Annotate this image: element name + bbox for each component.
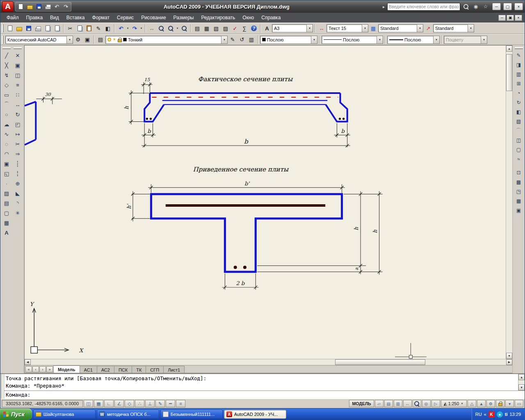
lineweight-combo[interactable]: Послою ▾ [387,36,440,44]
clean-screen-button[interactable]: ▭ [515,400,523,407]
workspace-combo[interactable]: Классический AutoCAD▾ [5,36,73,44]
help-button[interactable]: ? [249,24,258,33]
clock[interactable]: 13:29 [509,412,521,417]
snagit-tray-icon[interactable]: ti [505,412,508,417]
toolbar-grip[interactable] [2,47,11,49]
save-button[interactable] [24,24,33,33]
hatch-tool[interactable]: ▨ [2,188,11,198]
title-bar[interactable]: A ↶ ↷ AutoCAD 2009 - УЧЕБНАЯ ВЕРСИЯ Дипл… [0,0,525,13]
chevron-down-icon[interactable]: ▾ [377,36,383,43]
taskbar-item-folder[interactable]: Шайсултанова [33,410,96,419]
taskbar-item-word-doc[interactable]: W методичка ОПСК б... [97,410,159,419]
toolbar-grip[interactable] [14,47,22,49]
quick-view-layouts-button[interactable]: ▤ [384,400,393,407]
minimize-button[interactable]: ─ [492,3,501,10]
viewports-tool[interactable]: ⊞ [514,79,523,88]
polyline-tool[interactable]: ↯ [2,70,11,80]
table-tool[interactable]: ▦ [2,218,11,228]
horizontal-scroll-thumb[interactable] [335,359,425,365]
draw-order-front-tool[interactable]: ◨ [514,60,523,69]
menu-edit[interactable]: Правка [23,14,47,22]
layout-button[interactable]: ▱ [375,400,383,407]
multileader-style-icon[interactable]: ↗ [424,24,433,33]
spline-edit-tool[interactable]: ≈ [514,154,523,164]
fillet-tool[interactable]: ◝ [13,198,23,208]
tool-palettes-button[interactable]: ▧ [212,24,221,33]
designcenter-button[interactable]: ▦ [202,24,211,33]
command-input-line[interactable]: Команда: [4,390,525,399]
toolbar-lock-button[interactable] [496,400,504,407]
dim-style-combo[interactable]: Текст 15▾ [326,24,368,32]
zoom-window-button[interactable] [166,24,175,33]
block-editor-button[interactable]: ◧ [103,24,112,33]
antivirus-tray-icon[interactable]: K [488,411,495,418]
qat-open-button[interactable] [26,3,34,11]
cut-button[interactable]: ✂ [66,24,75,33]
command-window-grip[interactable] [0,374,4,399]
shade-tool[interactable]: ◧ [514,107,523,116]
array-tool[interactable]: ∷ [13,90,23,100]
text-style-icon[interactable]: A [262,24,272,33]
arc-edit-tool[interactable]: ⌒ [514,126,523,135]
scroll-down-icon[interactable]: ▼ [518,384,525,390]
undo-dropdown-icon[interactable]: ▾ [126,27,130,30]
command-history[interactable]: Точка растягивания или [Базовая точка/Ко… [4,374,518,390]
polygon-tool[interactable]: ◇ [2,80,11,90]
chevron-down-icon[interactable]: ▾ [362,25,368,32]
search-expand-icon[interactable]: ▸ [382,5,386,9]
pan-button[interactable]: ↔ [403,400,412,407]
quick-view-drawings-button[interactable]: ▥ [394,400,402,407]
tab-psk[interactable]: ПСК [114,366,132,373]
hatch-edit-tool[interactable]: ▩ [514,177,523,187]
tab-list1[interactable]: Лист1 [163,366,185,373]
chevron-down-icon[interactable]: ▾ [66,36,73,43]
object-snap-button[interactable]: ◇ [125,400,134,407]
copy-button[interactable] [75,24,84,33]
linetype-combo[interactable]: Послою ▾ [322,36,383,44]
tab-sgp[interactable]: СГП [146,366,164,373]
stretch-tool[interactable]: ↦ [13,129,23,139]
help-search-input[interactable] [389,4,459,9]
annotation-visibility-button[interactable]: △ [468,400,476,407]
search-icon[interactable] [462,2,470,11]
taskbar-item-untitled[interactable]: Безымянный111111... [160,410,223,419]
trim-tool[interactable]: ✂ [13,139,23,149]
scroll-up-icon[interactable]: ▲ [518,374,525,380]
workspace-switching-button[interactable]: ⚙ [486,400,495,407]
language-indicator[interactable]: RU [475,412,482,417]
chevron-down-icon[interactable]: ▾ [311,36,317,43]
menu-dimension[interactable]: Размеры [170,14,198,22]
redo-dropdown-icon[interactable]: ▾ [139,27,143,30]
break-at-point-tool[interactable]: ┆ [13,159,23,169]
doc-restore-button[interactable]: ▣ [507,15,514,21]
tab-tk[interactable]: ТК [132,366,146,373]
menu-format[interactable]: Формат [88,14,113,22]
orbit-tool[interactable]: ↻ [514,98,523,107]
ortho-toggle-button[interactable]: ∟ [104,400,114,407]
multileader-style-combo[interactable]: Standard▾ [433,24,474,32]
grid-toggle-button[interactable]: ▦ [94,400,103,407]
explode-tool[interactable]: ✳ [13,208,23,218]
table-style-icon[interactable]: ▦ [369,24,378,33]
layer-states-button[interactable]: ▥ [247,35,256,44]
table-style-combo[interactable]: Standard▾ [378,24,423,32]
annotation-autoscale-button[interactable]: ▲ [477,400,486,407]
dim-style-icon[interactable]: ↔ [317,24,326,33]
chevron-down-icon[interactable]: ▾ [221,36,227,43]
new-button[interactable] [5,24,14,33]
start-button[interactable]: Пуск [0,409,32,420]
menu-modify[interactable]: Редактировать [197,14,239,22]
tab-prev-button[interactable]: ‹ [32,366,39,372]
coordinates-readout[interactable]: 330253.1082, -482570.6165, 0.0000 [2,400,83,407]
qat-undo-button[interactable]: ↶ [53,3,61,11]
polar-tracking-button[interactable]: ∠ [114,400,124,407]
qat-save-button[interactable] [35,3,43,11]
horizontal-scrollbar[interactable]: ◀ ▶ [25,359,512,365]
messenger-tray-icon[interactable]: ● [497,411,503,418]
menu-help[interactable]: Справка [258,14,284,22]
maximize-button[interactable]: ▢ [503,3,512,10]
quickcalc-button[interactable]: ∑ [240,24,249,33]
rectangle-tool[interactable]: ▭ [2,90,11,100]
pan-button[interactable]: ↔ [147,24,156,33]
plot-preview-button[interactable] [43,24,52,33]
